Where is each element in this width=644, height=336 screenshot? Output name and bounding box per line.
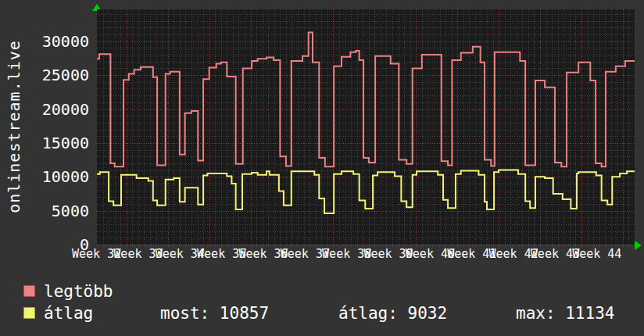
stat-atlag: átlag: 9032: [338, 306, 447, 322]
series-legtobb: [97, 32, 635, 166]
y-tick-label: 10000: [2, 169, 89, 184]
y-axis-title: onlinestream.live: [5, 40, 23, 213]
legend-swatch-atlag: [23, 307, 35, 319]
y-tick-label: 25000: [2, 67, 89, 83]
y-tick-label: 20000: [2, 102, 89, 117]
rrd-graph-panel: onlinestream.live 0500010000150002000025…: [0, 0, 644, 336]
stat-max: max: 11134: [516, 306, 614, 322]
legend-label-legtobb: legtöbb: [44, 284, 113, 300]
stat-most: most: 10857: [160, 306, 269, 322]
plot-area: [97, 9, 635, 245]
x-tick-label: Week 44: [572, 247, 621, 261]
y-tick-label: 5000: [2, 203, 89, 219]
y-tick-label: 15000: [2, 135, 89, 151]
legend-label-atlag: átlag: [44, 306, 93, 322]
legend-swatch-legtobb: [23, 285, 35, 297]
series-atlag: [97, 170, 635, 214]
y-tick-label: 30000: [2, 34, 89, 49]
chart-svg: [97, 9, 635, 248]
right-arrow-icon: [635, 241, 642, 250]
